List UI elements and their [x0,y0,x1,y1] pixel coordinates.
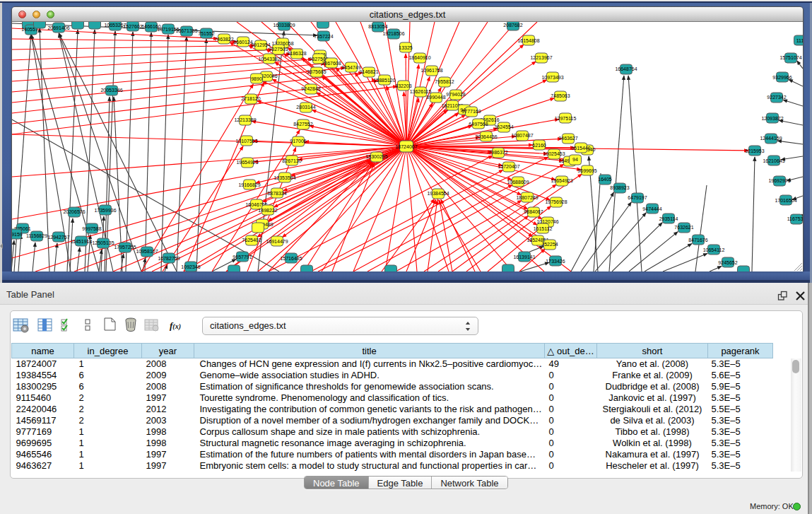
svg-text:12213967: 12213967 [530,55,552,60]
svg-text:10973493: 10973493 [541,75,563,80]
svg-text:9997588: 9997588 [82,226,101,231]
svg-text:13626115: 13626115 [410,89,432,94]
svg-text:12213389: 12213389 [234,117,256,122]
svg-text:8427552: 8427552 [293,122,312,127]
svg-text:20053346: 20053346 [100,88,122,93]
svg-text:3375685: 3375685 [307,69,326,74]
svg-text:12505135: 12505135 [92,240,114,245]
svg-text:20691406: 20691406 [47,25,69,30]
svg-text:10807487: 10807487 [511,133,533,138]
svg-text:8912954: 8912954 [251,42,270,47]
svg-text:9515440: 9515440 [571,146,590,151]
svg-text:7955812: 7955812 [435,79,454,84]
svg-text:9657791: 9657791 [233,255,252,259]
svg-text:8215953: 8215953 [745,148,764,153]
svg-text:94: 94 [572,157,578,162]
svg-text:111: 111 [796,38,803,43]
svg-text:19756928: 19756928 [545,199,567,204]
svg-text:12975115: 12975115 [555,116,577,121]
svg-text:10107553: 10107553 [235,139,257,144]
svg-text:7463822: 7463822 [214,37,233,42]
svg-text:2867608: 2867608 [322,61,341,66]
svg-text:16914479: 16914479 [266,239,288,244]
svg-text:12093872: 12093872 [761,116,783,121]
svg-text:917006: 917006 [290,139,306,144]
svg-text:10654112: 10654112 [703,247,725,252]
svg-text:16033809: 16033809 [273,23,295,28]
svg-text:16671385: 16671385 [175,28,197,33]
svg-text:10543382: 10543382 [258,57,280,62]
svg-text:15720407: 15720407 [498,164,519,169]
svg-text:9245652: 9245652 [718,260,737,265]
svg-text:18640910: 18640910 [408,55,430,60]
svg-text:1733426: 1733426 [546,259,565,264]
svg-text:f(x): f(x) [170,320,181,331]
svg-text:12444159: 12444159 [760,136,782,141]
svg-text:2803144: 2803144 [296,105,315,110]
svg-text:8454749: 8454749 [341,65,360,70]
svg-text:19654925: 19654925 [236,160,258,165]
svg-text:9146821: 9146821 [359,69,378,74]
svg-text:10958107: 10958107 [136,249,158,254]
svg-text:9227342: 9227342 [767,95,786,100]
svg-text:6479197: 6479197 [628,195,647,200]
svg-text:18724007: 18724007 [395,144,417,149]
svg-text:12942757: 12942757 [47,235,69,240]
svg-text:7625402: 7625402 [242,238,261,243]
svg-text:12353594: 12353594 [273,175,295,180]
svg-text:2718120: 2718120 [241,96,260,101]
svg-text:8813054: 8813054 [368,24,387,29]
svg-text:18807249: 18807249 [516,195,538,200]
svg-text:8267130: 8267130 [282,158,301,163]
svg-text:19218506: 19218506 [382,31,404,36]
svg-text:7632621: 7632621 [674,225,693,230]
svg-text:16154808: 16154808 [517,38,539,43]
svg-text:15716485: 15716485 [280,256,302,261]
svg-text:1092346: 1092346 [181,264,200,269]
svg-text:9327503: 9327503 [269,47,288,52]
svg-text:9699695: 9699695 [577,168,596,173]
svg-text:9474444: 9474444 [642,206,661,211]
svg-text:18300295: 18300295 [365,154,387,159]
svg-text:7485063: 7485063 [551,93,570,98]
svg-text:10688609: 10688609 [507,180,529,185]
svg-text:16210643: 16210643 [763,158,784,163]
svg-text:832203: 832203 [395,83,411,88]
svg-text:8186328: 8186328 [287,51,306,56]
svg-text:15885120: 15885120 [373,78,395,83]
svg-text:751552: 751552 [198,31,214,36]
svg-text:9242848: 9242848 [301,86,320,91]
svg-text:10961758: 10961758 [420,68,442,73]
svg-text:39159: 39159 [12,232,23,237]
svg-text:2935114: 2935114 [659,216,678,221]
svg-text:16139141: 16139141 [513,255,535,259]
svg-text:9329966: 9329966 [772,75,792,80]
svg-text:11156829: 11156829 [26,233,47,238]
svg-text:19692971: 19692971 [768,178,790,183]
svg-text:20364436: 20364436 [475,134,497,139]
svg-text:252254: 252254 [541,242,558,247]
svg-text:8471676: 8471676 [688,238,707,243]
svg-text:6497568: 6497568 [469,122,488,127]
svg-text:8990448: 8990448 [426,95,445,100]
svg-text:9884067: 9884067 [524,209,543,214]
svg-text:2087682: 2087682 [503,23,522,28]
svg-text:3624554: 3624554 [494,124,513,129]
svg-text:10025453: 10025453 [543,151,565,156]
svg-text:16648764: 16648764 [615,66,637,71]
svg-text:13325: 13325 [399,45,413,50]
svg-text:8938923: 8938923 [610,185,629,190]
svg-text:20206576: 20206576 [63,209,85,214]
svg-text:1527602: 1527602 [123,24,142,29]
svg-text:7986372: 7986372 [488,150,507,155]
svg-text:19384554: 19384554 [427,191,449,196]
svg-text:1498222: 1498222 [258,208,277,213]
svg-text:17359936: 17359936 [94,208,116,213]
svg-text:17016504: 17016504 [775,198,796,203]
svg-text:15751074: 15751074 [779,55,801,60]
svg-text:17957255: 17957255 [114,245,136,250]
svg-text:16405: 16405 [598,177,612,182]
svg-text:7357224: 7357224 [314,34,333,39]
svg-text:9777169: 9777169 [461,109,481,114]
svg-text:9463627: 9463627 [558,136,577,141]
